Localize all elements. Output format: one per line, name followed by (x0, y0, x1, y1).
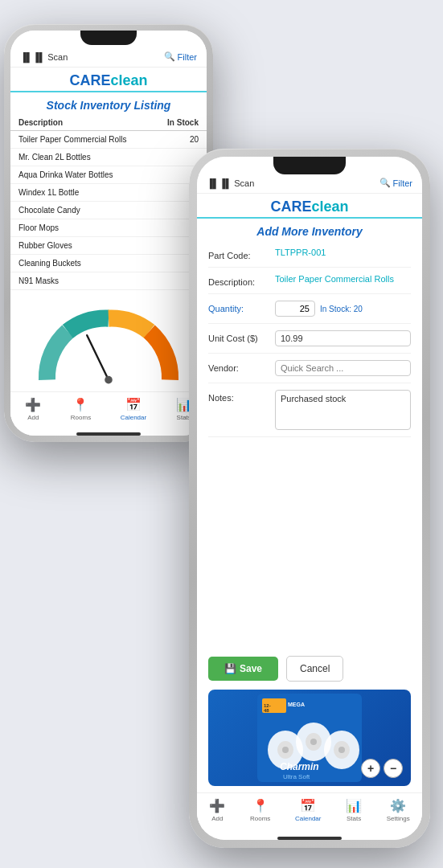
filter-icon: 🔍 (164, 51, 175, 62)
list-item[interactable]: Windex 1L Bottle (10, 184, 207, 202)
item-name: Windex 1L Bottle (18, 188, 79, 197)
nav-add-label: Add (27, 414, 39, 421)
description-row: Description: Toiler Paper Commercial Rol… (208, 268, 411, 294)
phone2-nav-settings[interactable]: ⚙️ Settings (387, 798, 410, 822)
item-name: Aqua Drinka Water Bottles (18, 170, 113, 179)
add-icon: ➕ (25, 397, 41, 412)
save-button[interactable]: 💾 Save (208, 657, 278, 681)
vendor-input[interactable] (275, 360, 411, 376)
col-description: Description (18, 118, 63, 127)
nav-calendar-label: Calendar (121, 414, 146, 421)
part-code-row: Part Code: TLTPPR-001 (208, 241, 411, 268)
unit-cost-row: Unit Cost ($) (208, 324, 411, 354)
phone2-app-logo: CAREclean (197, 199, 422, 215)
svg-point-12 (310, 739, 317, 745)
phone2-home-indicator (277, 837, 342, 840)
scan-label: Scan (47, 52, 68, 62)
phone2-nav-stats-label: Stats (347, 815, 361, 822)
nav-rooms[interactable]: 📍 Rooms (71, 397, 91, 421)
filter-label: Filter (178, 52, 197, 62)
phone2-stats-icon: 📊 (346, 798, 362, 813)
phone2-filter-button[interactable]: 🔍 Filter (379, 178, 412, 188)
save-label: Save (240, 663, 262, 674)
svg-point-9 (282, 747, 289, 753)
phone2-nav-rooms[interactable]: 📍 Rooms (250, 798, 270, 822)
filter2-icon: 🔍 (379, 178, 391, 188)
notes-input[interactable]: Purchased stock (275, 390, 411, 430)
list-item[interactable]: N91 Masks (10, 272, 207, 290)
fab-controls: + − (361, 759, 403, 778)
page-title: Stock Inventory Listing (10, 92, 207, 115)
item-name: Rubber Gloves (18, 241, 72, 250)
phone2-scan-label: Scan (234, 178, 254, 188)
logo-clean: clean (110, 72, 147, 88)
nav-calendar[interactable]: 📅 Calendar (121, 397, 146, 421)
filter-button[interactable]: 🔍 Filter (164, 51, 197, 62)
scan-button[interactable]: ▐▌▐▌ Scan (20, 52, 68, 62)
calendar-icon: 📅 (125, 397, 142, 412)
unit-cost-input[interactable] (275, 330, 411, 346)
svg-line-0 (87, 335, 109, 379)
phone1-shell: ▐▌▐▌ Scan 🔍 Filter CAREclean Stock Inven… (4, 24, 213, 442)
vendor-label: Vendor: (208, 360, 269, 373)
item-name: N91 Masks (18, 276, 59, 285)
phone2-logo-clean: clean (311, 199, 348, 215)
product-image: 12- 48 MEGA (208, 690, 411, 786)
quantity-input[interactable] (275, 301, 315, 317)
list-item[interactable]: Toiler Paper Commercial Rolls 20 (10, 131, 207, 149)
phone2-nav-calendar[interactable]: 📅 Calendar (295, 798, 321, 822)
col-in-stock: In Stock (167, 118, 199, 127)
phone2-screen: ▐▌▐▌ Scan 🔍 Filter CAREclean Add More In… (197, 157, 422, 840)
list-item[interactable]: Floor Mops (10, 219, 207, 237)
gauge-svg (28, 303, 189, 391)
rooms-icon: 📍 (72, 397, 88, 412)
list-item[interactable]: Cleaning Buckets (10, 255, 207, 272)
svg-text:Ultra Soft: Ultra Soft (283, 773, 310, 780)
notch2 (273, 157, 346, 174)
notes-value: Purchased stock (281, 394, 346, 403)
table-header: Description In Stock (10, 115, 207, 131)
logo-care: CARE (69, 72, 110, 88)
nav-add[interactable]: ➕ Add (25, 397, 41, 421)
svg-text:MEGA: MEGA (288, 702, 305, 707)
svg-point-1 (105, 376, 113, 384)
home-indicator (76, 432, 141, 436)
unit-cost-label: Unit Cost ($) (208, 330, 269, 343)
list-item[interactable]: Aqua Drinka Water Bottles (10, 166, 207, 184)
phone2-nav-stats[interactable]: 📊 Stats (346, 798, 362, 822)
save-icon: 💾 (224, 663, 236, 674)
phone2-app: ▐▌▐▌ Scan 🔍 Filter CAREclean Add More In… (197, 157, 422, 840)
gauge-chart (10, 290, 207, 391)
phone1-app: ▐▌▐▌ Scan 🔍 Filter CAREclean Stock Inven… (10, 31, 207, 436)
svg-text:Charmin: Charmin (280, 761, 319, 772)
phone2-logo-bar: CAREclean (197, 194, 422, 219)
phone2-nav-add[interactable]: ➕ Add (209, 798, 225, 822)
phone1-screen: ▐▌▐▌ Scan 🔍 Filter CAREclean Stock Inven… (10, 31, 207, 436)
item-name: Cleaning Buckets (18, 259, 81, 268)
notes-row: Notes: Purchased stock (208, 383, 411, 437)
action-buttons: 💾 Save Cancel (197, 648, 422, 690)
barcode-icon: ▐▌▐▌ (20, 52, 45, 62)
list-item[interactable]: Rubber Gloves (10, 237, 207, 255)
quantity-row: Quantity: In Stock: 20 (208, 294, 411, 324)
item-name: Floor Mops (18, 223, 59, 232)
cancel-button[interactable]: Cancel (286, 656, 343, 682)
description-label: Description: (208, 274, 269, 287)
decrement-button[interactable]: − (384, 759, 403, 778)
phone2-logo-care: CARE (270, 199, 311, 215)
phone2-filter-label: Filter (393, 178, 412, 188)
barcode2-icon: ▐▌▐▌ (207, 178, 232, 188)
nav-rooms-label: Rooms (71, 414, 91, 421)
phone2-calendar-icon: 📅 (300, 798, 316, 813)
phone2-bottom-nav: ➕ Add 📍 Rooms 📅 Calendar 📊 Stats ⚙️ (197, 792, 422, 833)
quantity-label: Quantity: (208, 301, 269, 313)
list-item[interactable]: Mr. Clean 2L Bottles (10, 149, 207, 166)
quantity-controls: In Stock: 20 (275, 301, 411, 317)
phone2-nav-calendar-label: Calendar (295, 815, 321, 822)
list-item[interactable]: Chocolate Candy (10, 202, 207, 219)
item-name: Chocolate Candy (18, 206, 80, 215)
increment-button[interactable]: + (361, 759, 380, 778)
phone2-shell: ▐▌▐▌ Scan 🔍 Filter CAREclean Add More In… (189, 149, 430, 848)
phone2-scan-button[interactable]: ▐▌▐▌ Scan (207, 178, 254, 188)
part-code-value: TLTPPR-001 (275, 248, 411, 257)
